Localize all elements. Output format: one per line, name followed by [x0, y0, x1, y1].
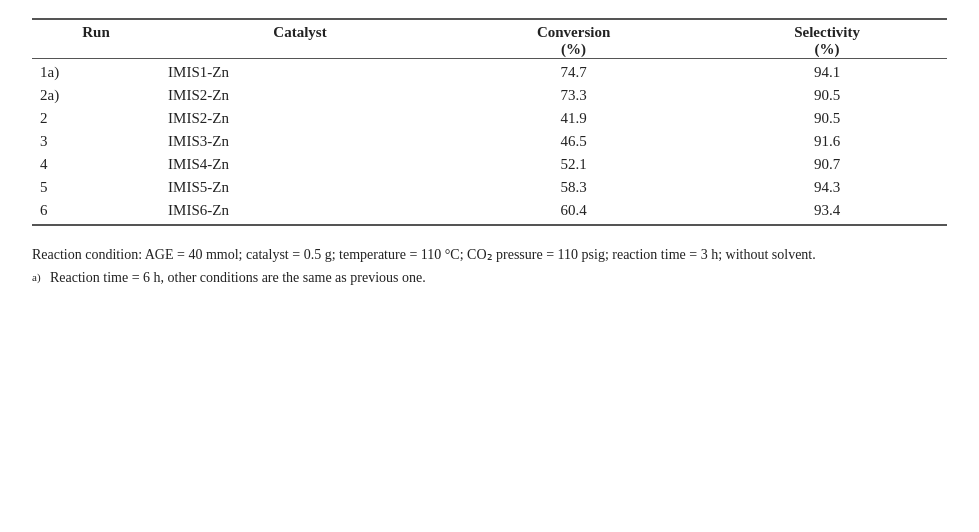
footnote-a-row: a) Reaction time = 6 h, other conditions…: [32, 267, 947, 289]
table-row: 3IMIS3-Zn46.591.6: [32, 130, 947, 153]
table-top-border: Run Catalyst Conversion Selectivity: [32, 19, 947, 41]
table-body: 1a)IMIS1-Zn74.794.12a)IMIS2-Zn73.390.52I…: [32, 61, 947, 222]
col-conversion-unit: (%): [440, 41, 707, 59]
footnote-a-text: Reaction time = 6 h, other conditions ar…: [50, 267, 947, 289]
cell-conversion: 41.9: [440, 107, 707, 130]
table-row: 2a)IMIS2-Zn73.390.5: [32, 84, 947, 107]
col-selectivity-unit: (%): [707, 41, 947, 59]
cell-run: 3: [32, 130, 160, 153]
table-row: 2IMIS2-Zn41.990.5: [32, 107, 947, 130]
cell-catalyst: IMIS2-Zn: [160, 107, 440, 130]
cell-conversion: 74.7: [440, 61, 707, 84]
cell-catalyst: IMIS5-Zn: [160, 176, 440, 199]
main-footnote: Reaction condition: AGE = 40 mmol; catal…: [32, 244, 947, 266]
cell-catalyst: IMIS1-Zn: [160, 61, 440, 84]
cell-run: 4: [32, 153, 160, 176]
table-row: 1a)IMIS1-Zn74.794.1: [32, 61, 947, 84]
col-selectivity-label: Selectivity: [707, 19, 947, 41]
cell-run: 6: [32, 199, 160, 222]
cell-selectivity: 91.6: [707, 130, 947, 153]
cell-conversion: 60.4: [440, 199, 707, 222]
table-row: 5IMIS5-Zn58.394.3: [32, 176, 947, 199]
cell-run: 1a): [32, 61, 160, 84]
cell-selectivity: 90.5: [707, 84, 947, 107]
footnote-area: Reaction condition: AGE = 40 mmol; catal…: [32, 240, 947, 289]
col-catalyst-subheader: [160, 41, 440, 59]
footnote-a-label: a): [32, 269, 46, 286]
table-bottom-border: [32, 222, 947, 225]
cell-catalyst: IMIS2-Zn: [160, 84, 440, 107]
cell-conversion: 58.3: [440, 176, 707, 199]
cell-selectivity: 90.5: [707, 107, 947, 130]
data-table: Run Catalyst Conversion Selectivity (%) …: [32, 18, 947, 226]
col-conversion-label: Conversion: [440, 19, 707, 41]
cell-selectivity: 90.7: [707, 153, 947, 176]
table-container: Run Catalyst Conversion Selectivity (%) …: [32, 18, 947, 289]
table-subheader-row: (%) (%): [32, 41, 947, 59]
cell-conversion: 73.3: [440, 84, 707, 107]
cell-run: 2a): [32, 84, 160, 107]
cell-conversion: 52.1: [440, 153, 707, 176]
cell-run: 5: [32, 176, 160, 199]
cell-selectivity: 94.1: [707, 61, 947, 84]
cell-catalyst: IMIS3-Zn: [160, 130, 440, 153]
col-run-subheader: [32, 41, 160, 59]
cell-conversion: 46.5: [440, 130, 707, 153]
cell-run: 2: [32, 107, 160, 130]
col-run-header: Run: [32, 19, 160, 41]
cell-selectivity: 93.4: [707, 199, 947, 222]
table-row: 6IMIS6-Zn60.493.4: [32, 199, 947, 222]
cell-catalyst: IMIS4-Zn: [160, 153, 440, 176]
table-row: 4IMIS4-Zn52.190.7: [32, 153, 947, 176]
cell-catalyst: IMIS6-Zn: [160, 199, 440, 222]
cell-selectivity: 94.3: [707, 176, 947, 199]
col-catalyst-header: Catalyst: [160, 19, 440, 41]
